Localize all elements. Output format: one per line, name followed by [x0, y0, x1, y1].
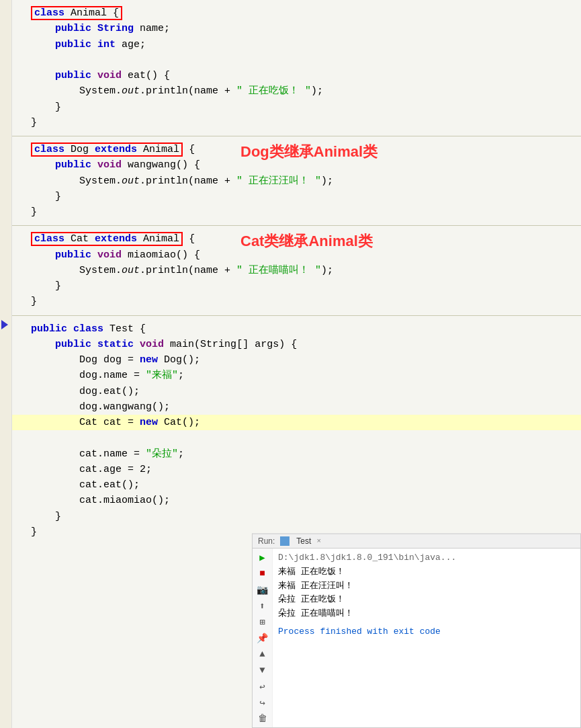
- run-panel: Run: Test × ▶ ■ 📷 ⬆ ⊞ 📌 ▲ ▼ ↩: [252, 533, 581, 728]
- execution-arrow: [1, 320, 8, 329]
- code-area: class Animal { public String name; publi…: [12, 0, 581, 728]
- run-down-button[interactable]: ▼: [257, 664, 269, 676]
- run-layout-button[interactable]: ⊞: [257, 616, 269, 628]
- test-class-section: public class Test { public static void m…: [12, 316, 581, 546]
- dog-class-section: Dog类继承Animal类 class Dog extends Animal {…: [12, 136, 581, 225]
- run-sidebar: ▶ ■ 📷 ⬆ ⊞ 📌 ▲ ▼ ↩ ↪ 🗑: [253, 549, 273, 727]
- run-wrap-button[interactable]: ↩: [257, 680, 269, 692]
- run-tab-icon: [280, 536, 289, 546]
- dog-annotation: Dog类继承Animal类: [240, 142, 377, 162]
- cat-class-section: Cat类继承Animal类 class Cat extends Animal {…: [12, 226, 581, 315]
- line-1: class Animal {: [31, 7, 122, 19]
- run-label: Run:: [258, 536, 275, 546]
- run-output: D:\jdk1.8\jdk1.8.0_191\bin\java... 来福 正在…: [273, 549, 580, 727]
- animal-code: class Animal { public String name; publi…: [31, 5, 581, 130]
- output-line-4: 朵拉 正在喵喵叫！: [278, 607, 575, 621]
- run-up-button[interactable]: ▲: [257, 648, 269, 660]
- run-play-button[interactable]: ▶: [257, 551, 269, 563]
- run-camera-button[interactable]: 📷: [257, 583, 269, 596]
- cat-annotation: Cat类继承Animal类: [240, 231, 373, 251]
- run-tab-name: Test: [296, 536, 311, 546]
- run-pin-button[interactable]: 📌: [257, 632, 269, 644]
- run-path: D:\jdk1.8\jdk1.8.0_191\bin\java...: [278, 551, 575, 565]
- animal-class-section: class Animal { public String name; publi…: [12, 0, 581, 136]
- output-line-1: 来福 正在吃饭！: [278, 565, 575, 579]
- run-tab-close[interactable]: ×: [316, 537, 321, 545]
- run-trash-button[interactable]: 🗑: [257, 713, 269, 725]
- run-wrap2-button[interactable]: ↪: [257, 696, 269, 709]
- main-container: class Animal { public String name; publi…: [0, 0, 581, 728]
- run-content: ▶ ■ 📷 ⬆ ⊞ 📌 ▲ ▼ ↩ ↪ 🗑 D:\jdk1.8\jdk1.8.0…: [253, 549, 580, 727]
- run-export-button[interactable]: ⬆: [257, 600, 269, 612]
- run-header: Run: Test ×: [253, 534, 580, 549]
- output-line-2: 来福 正在汪汪叫！: [278, 579, 575, 594]
- gutter: [0, 0, 12, 728]
- output-line-3: 朵拉 正在吃饭！: [278, 593, 575, 607]
- run-stop-button[interactable]: ■: [257, 567, 269, 579]
- process-finished-line: Process finished with exit code: [278, 625, 575, 639]
- test-code: public class Test { public static void m…: [31, 321, 581, 540]
